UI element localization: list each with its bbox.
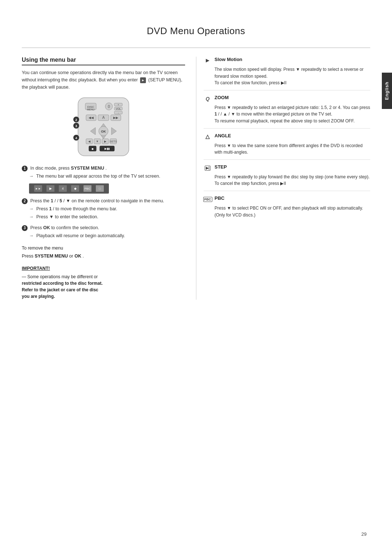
page-number: 29 — [362, 531, 367, 537]
important-title: IMPORTANT! — [22, 265, 185, 272]
pbc-text: Press ▼ to select PBC ON or OFF, and the… — [215, 205, 370, 218]
step-1-number: 1 — [22, 166, 28, 171]
intro-text: You can continue some operations directl… — [22, 69, 185, 91]
pbc-title: PBC — [215, 195, 224, 201]
menu-icon-3: 4 — [59, 185, 67, 192]
step-1: 1 In disc mode, press SYSTEM MENU . → Th… — [22, 165, 185, 180]
zoom-icon: Q — [204, 95, 212, 103]
section-heading: Using the menu bar — [22, 57, 185, 65]
setup-menu-icon: ► — [140, 77, 146, 83]
right-item-slow-motion: Slow Motion The slow motion speed will d… — [204, 57, 370, 90]
svg-marker-43 — [206, 59, 209, 62]
slow-motion-text: The slow motion speed will display. Pres… — [215, 66, 370, 86]
remove-label: To remove the menu — [22, 244, 185, 252]
svg-text:◀: ◀ — [88, 140, 91, 143]
step-2-arrow-1: → Press 1 / to move through the menu bar… — [29, 205, 185, 212]
step-3-number: 3 — [22, 225, 28, 231]
step-icon-label: ▶| — [205, 166, 211, 171]
right-item-step: ▶| STEP Press ▼ repeatedly to play forwa… — [204, 164, 370, 191]
menu-icon-1: ►► — [34, 185, 42, 192]
step-3-arrow-1: → Playback will resume or begin automati… — [29, 232, 185, 239]
remote-control-illustration: DISC MENU 0 + VOL - 2 , — [56, 96, 151, 159]
svg-text:▶▶: ▶▶ — [113, 116, 118, 119]
slow-motion-header: Slow Motion — [204, 57, 370, 65]
svg-text:2: 2 — [75, 118, 77, 122]
menu-icon-2: ▶ — [46, 185, 54, 192]
right-item-angle: ANGLE Press ▼ to view the same scene fro… — [204, 133, 370, 160]
angle-title: ANGLE — [215, 133, 231, 138]
step-2: 2 Press the 1 / / 5 / ▼ on the remote co… — [22, 197, 185, 220]
important-text: — Some operations may be different or re… — [22, 274, 185, 300]
svg-text:▶▮▮: ▶▮▮ — [105, 147, 110, 150]
angle-svg — [205, 134, 210, 139]
zoom-header: Q ZOOM — [204, 95, 370, 103]
svg-text:▼: ▼ — [96, 140, 99, 143]
remove-menu-section: To remove the menu Press SYSTEM MENU or … — [22, 244, 185, 260]
svg-text:OK: OK — [101, 130, 106, 133]
svg-text:MENU: MENU — [87, 108, 95, 111]
step-title: STEP — [215, 164, 227, 170]
content-layout: Using the menu bar You can continue some… — [22, 57, 370, 300]
svg-text:3: 3 — [75, 124, 77, 128]
svg-text:◀◀: ◀◀ — [89, 116, 94, 119]
menu-icon-5: PBC — [83, 185, 91, 192]
page-title: DVD Menu Operations — [22, 25, 370, 37]
language-tab-label: English — [384, 82, 389, 100]
menu-bar-illustration: ►► ▶ 4 ◆ PBC □ — [29, 183, 109, 194]
step-3: 3 Press OK to confirm the selection. → P… — [22, 224, 185, 239]
step-2-arrow-2: → Press ▼ to enter the selection. — [29, 213, 185, 220]
svg-text:▶: ▶ — [104, 140, 107, 143]
svg-text:VOL: VOL — [116, 108, 121, 110]
svg-text:4: 4 — [75, 136, 77, 140]
remote-svg: DISC MENU 0 + VOL - 2 , — [56, 96, 151, 159]
right-item-zoom: Q ZOOM Press ▼ repeatedly to select an e… — [204, 95, 370, 129]
slow-motion-title: Slow Motion — [215, 57, 242, 62]
svg-text:SETS: SETS — [110, 140, 117, 143]
angle-text: Press ▼ to view the same scene from diff… — [215, 142, 370, 156]
menu-icon-6: □ — [96, 185, 104, 192]
slow-motion-svg — [205, 58, 210, 63]
pbc-icon-label: PBC — [203, 197, 212, 202]
angle-icon — [204, 133, 212, 141]
step-1-arrow-1: → The menu bar will appear across the to… — [29, 173, 185, 180]
zoom-icon-label: Q — [206, 96, 210, 102]
svg-text:+: + — [118, 104, 119, 106]
svg-marker-44 — [206, 135, 209, 139]
left-column: Using the menu bar You can continue some… — [22, 57, 185, 300]
menu-icon-4: ◆ — [71, 185, 79, 192]
pbc-header: PBC PBC — [204, 195, 370, 203]
zoom-title: ZOOM — [215, 95, 229, 100]
right-column: Slow Motion The slow motion speed will d… — [196, 57, 370, 300]
remove-instruction: Press SYSTEM MENU or OK . — [22, 252, 185, 260]
svg-text:■: ■ — [91, 147, 93, 151]
page-container: English DVD Menu Operations Using the me… — [0, 0, 392, 555]
language-tab: English — [382, 73, 392, 109]
svg-text:0: 0 — [108, 105, 110, 109]
angle-header: ANGLE — [204, 133, 370, 141]
step-text: Press ▼ repeatedly to play forward the d… — [215, 174, 370, 187]
slow-motion-icon — [204, 57, 212, 65]
step-header: ▶| STEP — [204, 164, 370, 172]
step-icon: ▶| — [204, 164, 212, 172]
svg-text:A: A — [102, 116, 105, 119]
pbc-icon: PBC — [204, 195, 212, 203]
zoom-text: Press ▼ repeatedly to select an enlarged… — [215, 104, 370, 125]
right-item-pbc: PBC PBC Press ▼ to select PBC ON or OFF,… — [204, 195, 370, 222]
step-2-number: 2 — [22, 198, 28, 204]
important-section: IMPORTANT! — Some operations may be diff… — [22, 265, 185, 300]
